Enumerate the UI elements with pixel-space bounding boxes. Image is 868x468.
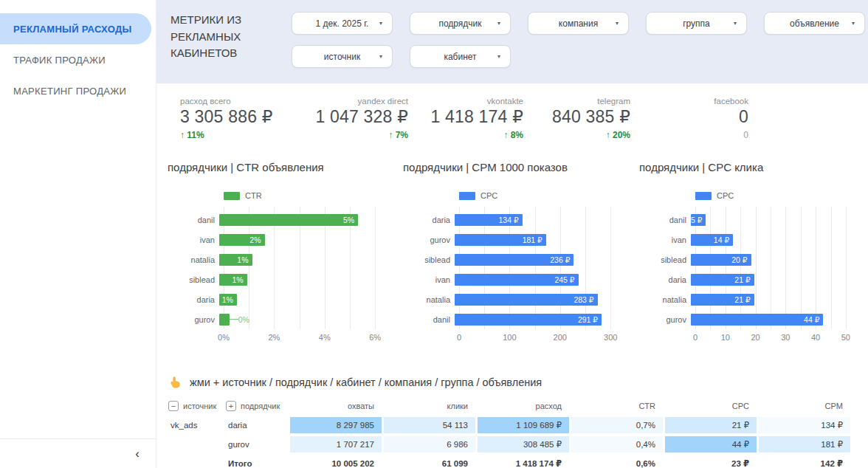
filter-dropdown-7[interactable]: кабинет▾ — [410, 45, 511, 68]
bar-value-label: 1% — [232, 274, 243, 286]
axis-tick-label: 0% — [218, 333, 230, 342]
column-header-расход: расход — [478, 398, 569, 414]
filter-dropdown-1[interactable]: 1 дек. 2025 г.▾ — [292, 12, 393, 35]
bar-category-label: gurov — [639, 315, 691, 324]
bar-track: 44 ₽ — [691, 314, 847, 326]
bar-category-label: danil — [168, 216, 219, 224]
bar-value-label: 5 ₽ — [691, 214, 702, 226]
kpi-label: facebook — [630, 97, 748, 106]
axis-tick-label: 300 — [604, 333, 617, 342]
pointing-hand-icon — [168, 375, 182, 389]
filter-dropdown-3[interactable]: компания▾ — [528, 12, 629, 35]
row-contractor: Итого — [226, 455, 288, 468]
bar-row: daria134 ₽ — [403, 210, 639, 230]
chevron-down-icon: ▾ — [379, 20, 382, 27]
table-cell: 0,7% — [571, 417, 663, 433]
chevron-down-icon: ▾ — [734, 20, 737, 27]
kpi-label: расход всего — [180, 97, 292, 106]
table-cell: 1 418 174 ₽ — [478, 455, 569, 468]
table-cell: 61 099 — [384, 455, 475, 468]
x-axis: 01020304050 — [695, 329, 852, 343]
axis-tick-label: 6% — [369, 333, 381, 342]
row-source — [168, 455, 224, 468]
main-content: МЕТРИКИ ИЗ РЕКЛАМНЫХ КАБИНЕТОВ 1 дек. 20… — [156, 0, 868, 468]
bar-track: 181 ₽ — [455, 234, 611, 246]
bar[interactable]: 44 ₽ — [691, 314, 823, 326]
row-source — [168, 436, 224, 452]
kpi-value: 1 418 174 ₽ — [408, 107, 523, 127]
bar[interactable]: 5% — [219, 214, 358, 226]
bar[interactable]: 2% — [219, 234, 265, 246]
kpi-delta: ↑ 8% — [408, 130, 523, 140]
filter-label: 1 дек. 2025 г. — [316, 18, 369, 29]
filter-dropdown-5[interactable]: объявление▾ — [764, 12, 865, 35]
legend-label: CTR — [245, 191, 262, 200]
bar[interactable]: 1% — [219, 294, 237, 306]
bar[interactable]: 236 ₽ — [455, 254, 574, 266]
table-cell: 1 707 217 — [290, 436, 382, 452]
bar[interactable]: 20 ₽ — [691, 254, 751, 266]
bar-value-label: 291 ₽ — [578, 314, 598, 326]
bar[interactable]: 1% — [219, 274, 247, 286]
bar-value-label: 134 ₽ — [498, 214, 518, 226]
bar-track: 1% — [219, 254, 376, 266]
x-axis: 0%2%4%6% — [224, 329, 380, 343]
sidebar-item-2[interactable]: ТРАФИК ПРОДАЖИ — [0, 44, 156, 75]
legend-swatch — [459, 192, 475, 200]
filter-dropdown-6[interactable]: источник▾ — [292, 45, 393, 68]
axis-tick-label: 30 — [781, 333, 790, 342]
axis-tick-label: 0 — [693, 333, 698, 342]
axis-tick-label: 20 — [751, 333, 760, 342]
sidebar-collapse-button[interactable]: ‹ — [135, 447, 140, 460]
charts-row: подрядчики | CTR объявленияCTRdanil5%iva… — [156, 140, 868, 343]
table-cell: 6 986 — [384, 436, 475, 452]
collapse-source-button[interactable]: − — [168, 401, 179, 411]
row-source: vk_ads — [168, 417, 224, 433]
filter-dropdown-4[interactable]: группа▾ — [646, 12, 747, 35]
bar[interactable]: 14 ₽ — [691, 234, 733, 246]
row-contractor: daria — [226, 417, 288, 433]
bar[interactable]: 283 ₽ — [455, 294, 598, 306]
legend-label: CPC — [717, 191, 734, 200]
bar-row: daria1% — [168, 289, 403, 309]
axis-tick-label: 40 — [811, 333, 820, 342]
bar[interactable]: 5 ₽ — [691, 214, 706, 226]
bar-value-label: 2% — [249, 234, 261, 246]
bar-value-label: 245 ₽ — [554, 274, 574, 286]
axis-tick-label: 4% — [319, 333, 331, 342]
bar[interactable]: 181 ₽ — [455, 234, 546, 246]
table-cell: 0,6% — [571, 455, 663, 468]
bar[interactable]: 245 ₽ — [455, 274, 579, 286]
sidebar-item-1[interactable]: РЕКЛАМНЫЙ РАСХОДЫ — [0, 13, 151, 44]
bar-row: natalia21 ₽ — [639, 289, 868, 309]
expand-contractor-button[interactable]: + — [226, 401, 236, 411]
table-cell: 134 ₽ — [759, 417, 850, 433]
table-cell: 8 297 985 — [290, 417, 382, 433]
bar[interactable]: 21 ₽ — [691, 274, 754, 286]
bar-track: 5 ₽ — [691, 214, 847, 226]
bar-row: gurov0% — [168, 309, 403, 329]
sidebar-item-3[interactable]: МАРКЕТИНГ ПРОДАЖИ — [0, 75, 156, 106]
bar[interactable]: 21 ₽ — [691, 294, 754, 306]
kpi-value: 3 305 886 ₽ — [180, 107, 292, 127]
bar-category-label: siblead — [168, 275, 219, 284]
bar[interactable]: 291 ₽ — [455, 314, 602, 326]
bar-row: gurov44 ₽ — [639, 309, 868, 329]
filter-label: подрядчик — [438, 18, 481, 29]
column-header-source: −источник — [168, 398, 224, 414]
kpi-row: расход всего3 305 886 ₽↑ 11%yandex direc… — [156, 83, 868, 140]
bar-value-label: 20 ₽ — [731, 254, 747, 266]
bar-category-label: ivan — [639, 235, 691, 244]
bar[interactable] — [219, 314, 230, 326]
bar[interactable]: 1% — [219, 254, 252, 266]
bar[interactable]: 134 ₽ — [455, 214, 523, 226]
pivot-table: −источник+подрядчикохватыкликирасходCTRC… — [156, 389, 868, 468]
chart-title: подрядчики | CPC клика — [639, 161, 868, 173]
filter-label: группа — [683, 18, 710, 29]
dashboard-header: МЕТРИКИ ИЗ РЕКЛАМНЫХ КАБИНЕТОВ 1 дек. 20… — [156, 0, 868, 83]
axis-tick-label: 0 — [457, 333, 461, 342]
bar-chart-3: подрядчики | CPC кликаCPCdanil5 ₽ivan14 … — [639, 161, 868, 343]
bar-row: danil5% — [168, 210, 403, 230]
filter-dropdown-2[interactable]: подрядчик▾ — [410, 12, 511, 35]
column-header-cpc: CPC — [665, 398, 757, 414]
